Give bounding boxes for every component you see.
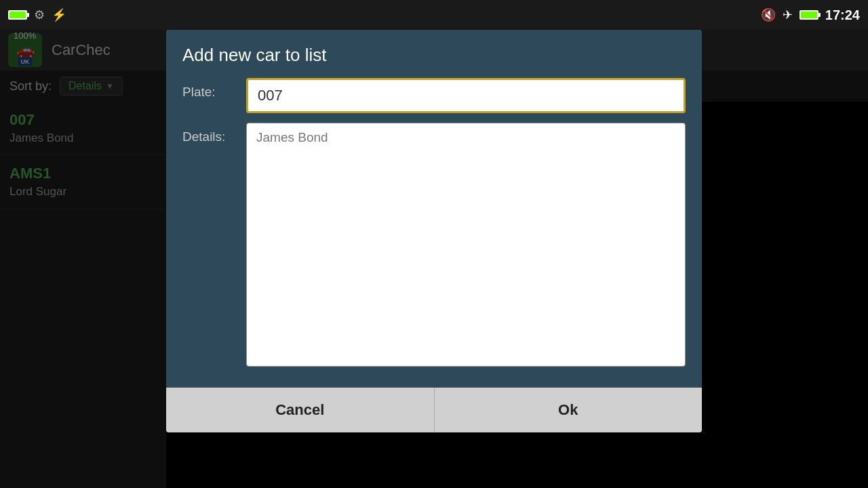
airplane-icon: ✈ — [783, 7, 793, 22]
dialog-title-bar: Add new car to list — [166, 30, 702, 78]
plate-input[interactable] — [246, 78, 686, 113]
details-textarea[interactable] — [246, 123, 686, 367]
status-left-icons: 100% ⚙ ⚡ — [8, 7, 66, 22]
plate-label: Plate: — [182, 78, 237, 100]
cancel-button[interactable]: Cancel — [166, 388, 435, 432]
dialog-buttons: Cancel Ok — [166, 387, 702, 432]
status-bar: 100% ⚙ ⚡ 🔇 ✈ 17:24 — [0, 0, 868, 30]
clock: 17:24 — [825, 7, 860, 23]
dialog-title: Add new car to list — [182, 45, 326, 65]
lightning-icon: ⚡ — [52, 7, 66, 22]
ok-button[interactable]: Ok — [435, 388, 703, 432]
usb-icon: ⚙ — [34, 7, 45, 22]
details-row: Details: — [182, 123, 686, 367]
battery-indicator: 100% — [8, 10, 27, 20]
battery-icon: 100% — [8, 10, 27, 20]
details-label: Details: — [182, 123, 237, 144]
add-car-dialog: Add new car to list Plate: Details: Canc… — [166, 30, 702, 432]
status-right-icons: 🔇 ✈ 17:24 — [761, 7, 860, 23]
mute-icon: 🔇 — [761, 7, 776, 22]
battery-icon-right — [800, 10, 818, 20]
plate-row: Plate: — [182, 78, 686, 113]
dialog-body: Plate: Details: — [166, 78, 702, 387]
